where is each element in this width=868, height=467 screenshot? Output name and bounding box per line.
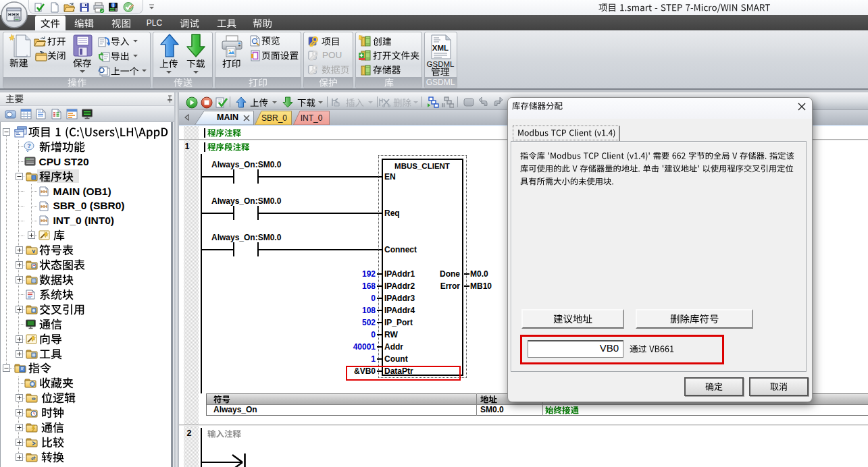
- svg-text:?: ?: [27, 142, 31, 149]
